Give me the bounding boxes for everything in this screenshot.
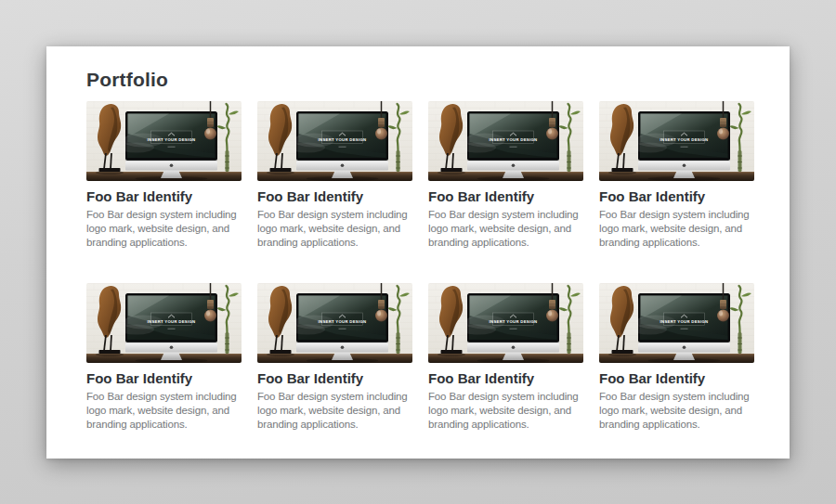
imac-mockup-image: [86, 101, 242, 181]
project-thumbnail[interactable]: [86, 101, 242, 181]
portfolio-grid: Foo Bar Identify Foo Bar design system i…: [86, 101, 753, 432]
project-title: Foo Bar Identify: [257, 370, 412, 387]
project-thumbnail[interactable]: [257, 283, 412, 363]
portfolio-card-5: Foo Bar Identify Foo Bar design system i…: [86, 283, 242, 432]
project-title: Foo Bar Identify: [86, 188, 242, 205]
project-title: Foo Bar Identify: [428, 188, 583, 205]
portfolio-card-3: Foo Bar Identify Foo Bar design system i…: [428, 101, 583, 250]
portfolio-card-4: Foo Bar Identify Foo Bar design system i…: [599, 101, 754, 250]
project-description: Foo Bar design system including logo mar…: [257, 390, 412, 432]
project-description: Foo Bar design system including logo mar…: [257, 208, 412, 250]
imac-mockup-image: [428, 101, 583, 181]
project-description: Foo Bar design system including logo mar…: [599, 390, 754, 432]
project-description: Foo Bar design system including logo mar…: [599, 208, 754, 250]
imac-mockup-image: [428, 283, 583, 363]
imac-mockup-image: [86, 283, 242, 363]
project-thumbnail[interactable]: [428, 101, 583, 181]
portfolio-card-1: Foo Bar Identify Foo Bar design system i…: [86, 101, 242, 250]
project-title: Foo Bar Identify: [257, 188, 412, 205]
project-description: Foo Bar design system including logo mar…: [428, 390, 583, 432]
project-title: Foo Bar Identify: [428, 370, 583, 387]
project-title: Foo Bar Identify: [599, 188, 754, 205]
project-thumbnail[interactable]: [428, 283, 583, 363]
imac-mockup-image: [599, 283, 754, 363]
desktop-background: Portfolio Foo Bar Identify Foo Bar desig…: [0, 0, 836, 504]
imac-mockup-image: [257, 101, 412, 181]
project-thumbnail[interactable]: [599, 283, 754, 363]
project-title: Foo Bar Identify: [599, 370, 754, 387]
portfolio-page: Portfolio Foo Bar Identify Foo Bar desig…: [46, 46, 790, 459]
project-thumbnail[interactable]: [599, 101, 754, 181]
imac-mockup-image: [599, 101, 754, 181]
project-description: Foo Bar design system including logo mar…: [86, 208, 242, 250]
portfolio-card-7: Foo Bar Identify Foo Bar design system i…: [428, 283, 583, 432]
portfolio-card-8: Foo Bar Identify Foo Bar design system i…: [599, 283, 754, 432]
project-thumbnail[interactable]: [86, 283, 242, 363]
project-title: Foo Bar Identify: [86, 370, 242, 387]
project-thumbnail[interactable]: [257, 101, 412, 181]
portfolio-card-6: Foo Bar Identify Foo Bar design system i…: [257, 283, 412, 432]
project-description: Foo Bar design system including logo mar…: [86, 390, 242, 432]
portfolio-card-2: Foo Bar Identify Foo Bar design system i…: [257, 101, 412, 250]
project-description: Foo Bar design system including logo mar…: [428, 208, 583, 250]
imac-mockup-image: [257, 283, 412, 363]
page-title: Portfolio: [86, 69, 753, 91]
